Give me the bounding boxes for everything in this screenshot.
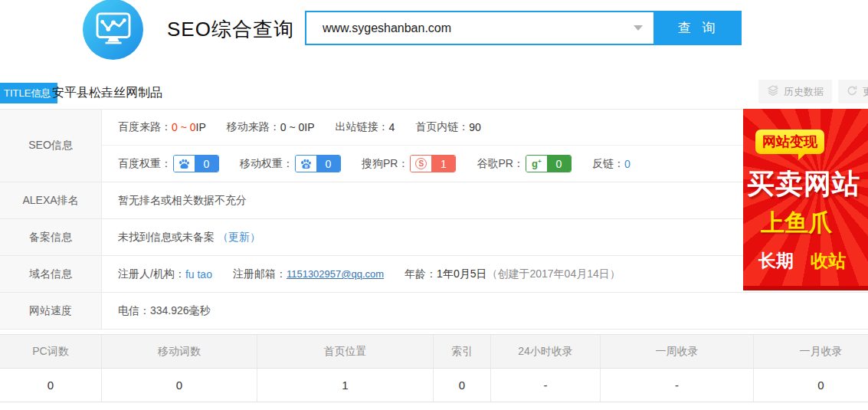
table-row-seo: SEO信息 百度来路：0 ~ 0 IP 移动来路：0 ~ 0 IP 出站链接：4… (0, 109, 868, 182)
monitor-chart-icon (96, 12, 131, 47)
value-pc-words: 0 (0, 369, 102, 402)
value-month: 0 (754, 369, 868, 402)
google-plus-icon: g+ (532, 158, 542, 169)
mobile-paw-icon: M (296, 156, 316, 172)
refresh-label: 更新 (863, 85, 868, 99)
outbound-links: 出站链接：4 (336, 120, 395, 134)
value-index: 0 (434, 369, 491, 402)
title-info-badge: TITLE信息 (0, 83, 57, 103)
speed-row-label: 网站速度 (0, 293, 102, 329)
sogou-pr-badge[interactable]: S 1 (410, 155, 456, 172)
site-title-text: 安平县松垚丝网制品 (52, 85, 162, 101)
ad-headline: 买卖网站 (743, 166, 868, 203)
google-pr-badge[interactable]: g+ 0 (526, 155, 572, 172)
ad-footline: 长期收站 (743, 249, 868, 273)
refresh-button[interactable]: 更新 (838, 80, 868, 103)
ad-bubble-text: 网站变现 (755, 130, 824, 154)
baidu-traffic: 百度来路：0 ~ 0 IP (118, 120, 206, 134)
page-title: SEO综合查询 (167, 16, 294, 43)
col-header-week: 一周收录 (601, 335, 754, 368)
url-search-input[interactable] (305, 11, 655, 45)
dropdown-caret-icon[interactable] (634, 25, 643, 31)
alexa-row-label: ALEXA排名 (0, 182, 102, 218)
homepage-inner-links: 首页内链：90 (415, 120, 481, 134)
query-button[interactable]: 查 询 (655, 11, 742, 45)
email-link[interactable]: 1151302957@qq.com (287, 268, 384, 280)
value-home-position: 1 (257, 369, 434, 402)
mobile-traffic: 移动来路：0 ~ 0 IP (227, 120, 315, 134)
google-pr: 谷歌PR： g+ 0 (477, 155, 571, 172)
value-24h: - (491, 369, 601, 402)
keyword-stats-table: PC词数 移动词数 首页位置 索引 24小时收录 一周收录 一月收录 0 0 1… (0, 334, 868, 402)
col-header-pc-words: PC词数 (0, 335, 102, 368)
layers-icon (767, 84, 779, 99)
stats-header-row: PC词数 移动词数 首页位置 索引 24小时收录 一周收录 一月收录 (0, 335, 868, 369)
table-row-domain: 域名信息 注册人/机构： fu tao 注册邮箱： 1151302957@qq.… (0, 255, 868, 292)
history-data-button[interactable]: 历史数据 (758, 80, 832, 103)
search-bar: 查 询 (305, 11, 742, 45)
register-email: 注册邮箱： 1151302957@qq.com (233, 267, 384, 281)
col-header-index: 索引 (434, 335, 491, 368)
registrant: 注册人/机构： fu tao (118, 267, 212, 281)
col-header-month: 一月收录 (754, 335, 868, 368)
mobile-weight-badge[interactable]: M 0 (295, 155, 341, 172)
ad-banner[interactable]: 网站变现 买卖网站 上鱼爪 长期收站 (743, 109, 868, 290)
col-header-24h: 24小时收录 (491, 335, 601, 368)
registrant-link[interactable]: fu tao (185, 268, 212, 280)
table-row-alexa: ALEXA排名 暂无排名或相关数据不充分 (0, 182, 868, 218)
value-mobile-words: 0 (102, 369, 257, 402)
title-bar-actions: 历史数据 更新 (758, 80, 868, 103)
baidu-weight: 百度权重： 0 (118, 155, 219, 172)
col-header-home-position: 首页位置 (257, 335, 434, 368)
sogou-icon: S (415, 158, 427, 169)
table-row-speed: 网站速度 电信：334.926毫秒 (0, 292, 868, 329)
domain-row-label: 域名信息 (0, 256, 102, 292)
baidu-weight-badge[interactable]: 0 (173, 155, 219, 172)
domain-age: 年龄： 1年0月5日 （创建于2017年04月14日） (405, 267, 621, 281)
seo-info-table: SEO信息 百度来路：0 ~ 0 IP 移动来路：0 ~ 0 IP 出站链接：4… (0, 109, 868, 330)
stats-value-row: 0 0 1 0 - - 0 (0, 369, 868, 402)
seo-row-label: SEO信息 (0, 110, 102, 182)
svg-text:M: M (305, 164, 308, 168)
icp-update-link[interactable]: （更新） (218, 231, 260, 244)
icp-value: 未找到信息或未备案 (118, 231, 215, 244)
value-week: - (601, 369, 754, 402)
mobile-weight: 移动权重： M 0 (240, 155, 341, 172)
backlinks: 反链：0 (592, 157, 631, 171)
refresh-icon (847, 85, 858, 99)
alexa-value: 暂无排名或相关数据不充分 (118, 194, 247, 208)
sogou-pr: 搜狗PR： S 1 (362, 155, 456, 172)
ad-subline: 上鱼爪 (743, 207, 868, 239)
history-data-label: 历史数据 (784, 85, 824, 99)
baidu-paw-icon (174, 156, 195, 172)
table-row-icp: 备案信息 未找到信息或未备案 （更新） (0, 218, 868, 255)
backlink-count-link[interactable]: 0 (624, 158, 631, 170)
app-logo (83, 0, 143, 60)
speed-value: 电信：334.926毫秒 (118, 304, 211, 318)
col-header-mobile-words: 移动词数 (102, 335, 257, 368)
icp-row-label: 备案信息 (0, 219, 102, 255)
